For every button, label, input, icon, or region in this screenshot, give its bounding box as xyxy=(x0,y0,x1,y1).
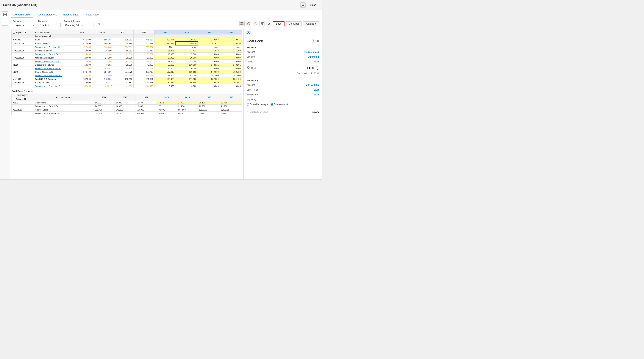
actions-button[interactable]: Actions ▾ xyxy=(303,21,319,26)
table-row-forecast: Forecast: as a Percent of S... 276.700 3… xyxy=(12,74,242,77)
adjusted-value-row: Adjusted By Value 17.26 xyxy=(247,110,319,113)
col-header-2024[interactable]: 2024 xyxy=(175,30,198,34)
set-goal-period-row: Period 2024 xyxy=(247,60,319,64)
goal-seek-help-icon[interactable]: ? xyxy=(312,39,315,43)
table-row-forecast: Forecast: as a Growth Rat... 14.000 15.6… xyxy=(12,52,242,56)
goal-account-value[interactable]: Product Sales xyxy=(304,51,319,53)
adjust-start-period-value[interactable]: 2023 xyxy=(314,88,319,91)
adjusted-value: 17.26 xyxy=(312,110,319,113)
goal-spin-up[interactable]: ▲ xyxy=(316,66,319,68)
table-row: v1000:010 Product Sales 512.400 548.268 … xyxy=(12,108,242,112)
table-row: ▼v1080 Total SG & A Expense 137.500 148.… xyxy=(12,77,242,81)
dataview-select[interactable]: Standard xyxy=(38,23,61,27)
fit-screen-icon[interactable] xyxy=(239,21,244,26)
results-col-header-2023[interactable]: 2023 xyxy=(156,94,177,101)
set-goal-scenario-row: Scenario Expansion xyxy=(247,55,319,59)
svg-point-17 xyxy=(248,32,249,33)
results-col-header-2024[interactable]: 2024 xyxy=(177,94,198,101)
scenario-label: Scenario xyxy=(13,20,35,22)
close-button[interactable]: Close xyxy=(307,2,319,7)
tab-notes-report[interactable]: Notes Report xyxy=(83,12,103,18)
table-row: v1080:010 Salary Expense 32.000 35.217 4… xyxy=(12,81,242,84)
dataview-label: Dataview xyxy=(38,20,61,22)
user-icon[interactable] xyxy=(300,2,306,8)
adjust-account-row: Account Unit Volume xyxy=(247,84,319,87)
table-row-forecast: Forecast: as a Freeform: U... 512.400 54… xyxy=(12,45,242,49)
tab-account-view[interactable]: Account View xyxy=(12,12,33,18)
refresh-icon[interactable] xyxy=(266,21,272,26)
goal-seek-results-table: Loading... Expand All Account Names 2020 xyxy=(12,94,242,115)
results-col-header-2020: 2020 xyxy=(94,94,114,101)
table-row-forecast: Forecast: in Millions of US... 20.000 23… xyxy=(12,60,242,63)
svg-rect-8 xyxy=(241,24,242,25)
loading-badge: Loading... xyxy=(17,94,28,97)
col-header-2020: 2020 xyxy=(92,30,113,34)
navigate-button[interactable]: ➜ xyxy=(96,21,102,26)
info-icon[interactable]: i xyxy=(246,21,251,26)
goal-spin-down[interactable]: ▼ xyxy=(316,68,319,71)
results-expand-all-checkbox[interactable]: Expand All xyxy=(13,98,33,100)
svg-rect-9 xyxy=(242,24,243,25)
adjust-by-section-title: Adjust By xyxy=(247,79,319,82)
goal-seek-panel-tab[interactable] xyxy=(246,30,251,35)
main-data-table: Expand All Account Names 2019 2020 2021 … xyxy=(12,30,242,88)
goal-scenario-value[interactable]: Expansion xyxy=(308,55,319,58)
results-col-header-2026[interactable]: 2026 xyxy=(220,94,242,101)
adjust-end-period-row: End Period 2026 xyxy=(247,93,319,97)
chart-icon[interactable] xyxy=(2,19,8,25)
same-percentage-option[interactable]: Same Percentage xyxy=(247,103,268,106)
table-row: v0300 Unit Volume 14.000 14.980 16.688 1… xyxy=(12,101,242,105)
app-title: Sales US (Checked Out) xyxy=(3,3,37,7)
svg-point-21 xyxy=(247,111,249,113)
col-header-2026[interactable]: 2026 xyxy=(220,30,242,34)
expand-all-checkbox[interactable]: Expand All xyxy=(13,31,33,33)
svg-marker-14 xyxy=(261,22,264,25)
calculate-button[interactable]: Calculate xyxy=(286,21,302,26)
scenario-select[interactable]: Expansion xyxy=(13,23,35,27)
section-header-operating: Operating Activity xyxy=(12,34,242,38)
goal-seek-results-title: Goal Seek Results xyxy=(12,90,242,92)
results-col-header-2025[interactable]: 2025 xyxy=(198,94,220,101)
svg-rect-1 xyxy=(4,13,5,14)
table-row: ▼v1000 Sales 546.400 586.948 698.031 748… xyxy=(12,38,242,42)
col-header-2023[interactable]: 2023 xyxy=(154,30,175,34)
svg-point-0 xyxy=(302,4,304,5)
col-header-2019: 2019 xyxy=(71,30,92,34)
goal-target-icon xyxy=(247,66,250,70)
goal-value-input[interactable] xyxy=(297,65,316,71)
account-groups-select[interactable]: Operating Activity xyxy=(64,23,94,27)
svg-line-13 xyxy=(256,24,256,25)
results-col-header-account: Account Names xyxy=(34,94,94,101)
col-header-2025[interactable]: 2025 xyxy=(198,30,220,34)
adjust-by-radio-group: Same Percentage Same Amount xyxy=(247,103,319,106)
table-row-forecast: Forecast: as a Growth Rat... 14.000 14.9… xyxy=(12,105,242,108)
svg-point-12 xyxy=(254,22,256,24)
table-row-forecast: Forecast: as a Freeform: L... 512.400 54… xyxy=(12,112,242,115)
adjusted-value-icon xyxy=(247,110,249,113)
svg-rect-7 xyxy=(242,22,243,23)
table-row: v1040 Cost of Goods Sold 276.700 334.560… xyxy=(12,70,242,74)
results-col-header-2022: 2022 xyxy=(136,94,156,101)
save-button[interactable]: Save xyxy=(273,21,284,26)
set-goal-section-title: Set Goal xyxy=(247,46,319,49)
goal-period-value[interactable]: 2024 xyxy=(314,60,319,63)
filter-icon[interactable] xyxy=(260,21,265,26)
search-icon[interactable] xyxy=(253,21,258,26)
table-row: v1020 Discounts & Returns 10.100 43.861 … xyxy=(12,63,242,67)
actions-chevron-icon: ▾ xyxy=(315,22,316,25)
adjust-account-value[interactable]: Unit Volume xyxy=(306,84,319,86)
table-row-forecast: Forecast: as a Percent of S... 32.000 35… xyxy=(12,84,242,88)
tab-balance-sheet[interactable]: Balance Sheet xyxy=(60,12,82,18)
goal-seek-close-icon[interactable]: × xyxy=(317,39,319,43)
svg-rect-4 xyxy=(5,15,6,16)
same-amount-option[interactable]: Same Amount xyxy=(271,103,288,106)
adjust-end-period-value[interactable]: 2026 xyxy=(314,93,319,96)
adjust-start-period-row: Start Period 2023 xyxy=(247,88,319,92)
tab-income-statement[interactable]: Income Statement xyxy=(34,12,60,18)
table-row: v1000:020 Service Revenues 14.000 15.680… xyxy=(12,49,242,52)
table-row-forecast: Forecast: as a Percent of P... 10.100 43… xyxy=(12,67,242,70)
grid-icon[interactable] xyxy=(2,11,8,18)
goal-seek-title: Goal Seek xyxy=(247,39,263,43)
adjust-by-row: Adjust By xyxy=(247,98,319,102)
svg-marker-15 xyxy=(269,23,270,24)
